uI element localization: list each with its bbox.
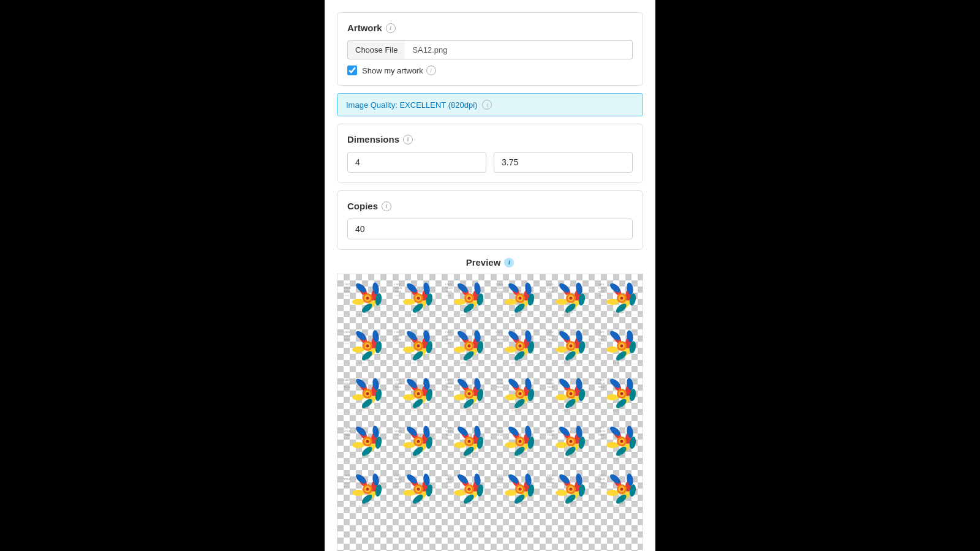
svg-text:I SEE: I SEE: [496, 283, 503, 286]
svg-point-381: [556, 442, 568, 448]
svg-text:A YOU: A YOU: [511, 457, 517, 460]
svg-text:TRUE: TRUE: [496, 290, 503, 293]
svg-text:TRUE: TRUE: [598, 338, 605, 341]
svg-point-371: [518, 440, 521, 443]
width-input[interactable]: [347, 152, 486, 173]
dimensions-info-icon[interactable]: i: [403, 135, 413, 144]
svg-text:I SEE: I SEE: [394, 474, 401, 477]
svg-text:TRUE: TRUE: [445, 386, 453, 389]
svg-point-82: [569, 297, 572, 300]
svg-point-75: [556, 299, 568, 305]
height-input[interactable]: [494, 152, 633, 173]
svg-point-32: [416, 311, 421, 313]
svg-text:colors: colors: [598, 485, 604, 488]
svg-point-355: [467, 454, 472, 457]
svg-text:YOUR: YOUR: [598, 430, 605, 433]
svg-point-321: [365, 454, 370, 457]
file-name-display: SA12.png: [405, 40, 633, 59]
svg-text:colors: colors: [496, 390, 502, 392]
svg-point-126: [403, 347, 415, 353]
svg-text:colors: colors: [445, 485, 451, 488]
svg-text:TRUE: TRUE: [344, 386, 351, 389]
svg-text:I SEE: I SEE: [344, 283, 350, 286]
svg-text:TRUE: TRUE: [344, 481, 351, 484]
svg-point-92: [606, 299, 619, 305]
svg-point-449: [454, 490, 466, 496]
svg-text:colors: colors: [445, 438, 451, 440]
svg-text:colors: colors: [496, 485, 502, 488]
svg-text:TRUE: TRUE: [394, 433, 402, 437]
svg-text:colors: colors: [598, 342, 604, 345]
svg-point-500: [606, 490, 619, 496]
svg-text:YOUR: YOUR: [598, 287, 605, 290]
svg-text:A YOU: A YOU: [511, 362, 517, 364]
svg-text:A YOU: A YOU: [562, 314, 568, 317]
copies-info-icon[interactable]: i: [382, 201, 391, 211]
svg-point-262: [505, 394, 517, 400]
svg-text:TRUE: TRUE: [344, 290, 351, 293]
svg-text:TRUE: TRUE: [598, 290, 605, 293]
svg-point-422: [366, 488, 369, 491]
svg-text:TRUE: TRUE: [344, 433, 351, 437]
svg-text:colors: colors: [547, 294, 553, 297]
svg-text:YOUR: YOUR: [496, 382, 503, 385]
svg-point-185: [568, 359, 573, 361]
svg-point-269: [518, 392, 521, 395]
svg-text:colors: colors: [598, 438, 604, 440]
quality-bar[interactable]: Image Quality: EXCELLENT (820dpi) i: [337, 93, 643, 116]
svg-text:I SEE: I SEE: [496, 331, 503, 334]
svg-text:TRUE: TRUE: [496, 338, 503, 341]
svg-text:A YOU: A YOU: [613, 457, 619, 460]
svg-text:colors: colors: [547, 390, 553, 392]
svg-text:colors: colors: [547, 485, 553, 488]
svg-text:A YOU: A YOU: [461, 314, 466, 317]
svg-text:YOUR: YOUR: [445, 382, 453, 385]
svg-text:A YOU: A YOU: [461, 505, 466, 508]
svg-text:colors: colors: [496, 342, 502, 345]
svg-point-313: [352, 442, 364, 448]
svg-text:YOUR: YOUR: [445, 478, 453, 481]
svg-point-474: [518, 502, 522, 504]
quality-info-icon[interactable]: i: [482, 100, 492, 110]
sticker-cell: I SEE YOUR TRUE colors: [541, 370, 592, 418]
show-artwork-checkbox[interactable]: [347, 66, 357, 75]
show-artwork-label[interactable]: Show my artwork i: [362, 66, 436, 75]
svg-point-354: [467, 440, 470, 443]
main-container: Artwork i Choose File SA12.png Show my a…: [325, 0, 655, 551]
copies-input[interactable]: [347, 219, 633, 239]
show-artwork-info-icon[interactable]: i: [426, 66, 436, 75]
svg-text:TRUE: TRUE: [394, 481, 402, 484]
svg-point-66: [518, 311, 522, 313]
svg-text:YOUR: YOUR: [344, 382, 351, 385]
choose-file-button[interactable]: Choose File: [347, 40, 405, 59]
svg-point-245: [454, 394, 466, 400]
svg-text:YOUR: YOUR: [344, 334, 351, 337]
svg-text:I SEE: I SEE: [547, 474, 554, 477]
artwork-info-icon[interactable]: i: [386, 23, 396, 33]
svg-point-347: [454, 442, 466, 448]
svg-text:YOUR: YOUR: [394, 334, 402, 337]
svg-text:A YOU: A YOU: [613, 314, 619, 317]
sticker-cell: I SEE YOUR TRUE colors: [490, 322, 541, 370]
svg-text:A YOU: A YOU: [511, 410, 517, 412]
svg-text:I SEE: I SEE: [445, 331, 452, 334]
svg-text:TRUE: TRUE: [445, 290, 453, 293]
svg-text:YOUR: YOUR: [496, 287, 503, 290]
svg-text:I SEE: I SEE: [598, 331, 605, 334]
svg-text:TRUE: TRUE: [547, 433, 554, 437]
svg-text:A YOU: A YOU: [410, 410, 415, 412]
svg-point-49: [467, 311, 472, 313]
copies-section: Copies i: [337, 190, 643, 250]
preview-info-icon[interactable]: i: [504, 258, 514, 268]
svg-point-296: [606, 394, 619, 400]
svg-text:YOUR: YOUR: [445, 334, 453, 337]
svg-text:I SEE: I SEE: [547, 283, 554, 286]
svg-point-304: [619, 407, 624, 409]
svg-point-490: [569, 488, 572, 491]
sticker-cell: I SEE YOUR TRUE colors: [541, 465, 592, 513]
svg-text:YOUR: YOUR: [598, 382, 605, 385]
svg-text:I SEE: I SEE: [547, 378, 554, 381]
svg-text:A YOU: A YOU: [511, 505, 517, 508]
svg-point-100: [619, 311, 624, 313]
svg-point-218: [366, 392, 369, 395]
